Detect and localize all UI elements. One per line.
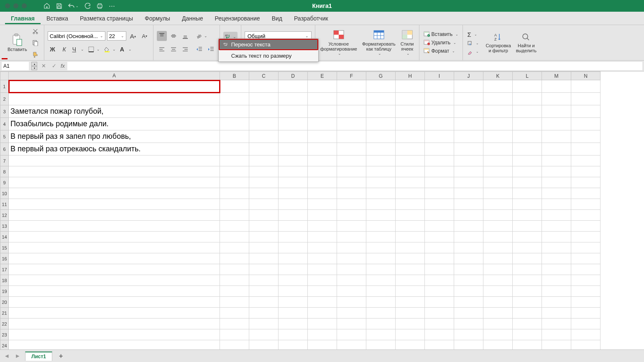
cell[interactable] <box>279 329 308 340</box>
cell[interactable] <box>542 166 571 177</box>
cell[interactable] <box>9 188 220 199</box>
cell[interactable] <box>308 188 337 199</box>
cell[interactable] <box>425 93 454 105</box>
cell[interactable] <box>396 177 425 188</box>
home-icon[interactable] <box>43 3 50 9</box>
tab-data[interactable]: Данные <box>176 13 209 24</box>
cell[interactable] <box>542 188 571 199</box>
cell[interactable] <box>337 319 366 329</box>
cell[interactable] <box>249 264 279 275</box>
cell[interactable] <box>513 199 542 210</box>
cell[interactable] <box>249 199 279 210</box>
cell[interactable] <box>366 308 396 319</box>
cell[interactable] <box>220 297 249 308</box>
cell[interactable] <box>308 177 337 188</box>
cell[interactable] <box>571 105 601 118</box>
cell[interactable] <box>396 130 425 143</box>
cell[interactable] <box>513 143 542 156</box>
cell[interactable] <box>425 275 454 286</box>
cell[interactable] <box>9 93 220 105</box>
cell[interactable] <box>366 286 396 297</box>
orientation-button[interactable]: ab⌄ <box>194 31 209 41</box>
cell[interactable] <box>513 286 542 297</box>
delete-cells-button[interactable]: −Удалить⌄ <box>423 39 460 46</box>
cell[interactable] <box>337 156 366 166</box>
cell[interactable] <box>571 199 601 210</box>
font-size-select[interactable]: 22⌄ <box>107 31 126 41</box>
cell[interactable] <box>220 319 249 329</box>
cell[interactable] <box>396 221 425 232</box>
row-header[interactable]: 4 <box>0 118 9 130</box>
cell[interactable]: В первый раз отрекаюсь скандалить. <box>9 143 220 156</box>
row-header[interactable]: 15 <box>0 242 9 253</box>
row-header[interactable]: 8 <box>0 166 9 177</box>
column-header[interactable]: J <box>454 72 483 80</box>
cell[interactable] <box>454 221 483 232</box>
cell[interactable] <box>396 297 425 308</box>
column-header[interactable]: C <box>249 72 279 80</box>
cell[interactable] <box>279 253 308 264</box>
cell[interactable] <box>337 242 366 253</box>
cell[interactable] <box>542 156 571 166</box>
cell[interactable] <box>279 166 308 177</box>
print-icon[interactable] <box>97 3 103 9</box>
cell[interactable] <box>220 177 249 188</box>
cell[interactable] <box>454 143 483 156</box>
cell[interactable] <box>396 308 425 319</box>
cell[interactable] <box>425 329 454 340</box>
cell[interactable] <box>483 264 513 275</box>
cell[interactable] <box>513 166 542 177</box>
cell[interactable] <box>571 188 601 199</box>
cell[interactable] <box>542 340 571 350</box>
cell[interactable] <box>9 264 220 275</box>
cell[interactable] <box>279 340 308 350</box>
row-header[interactable]: 22 <box>0 319 9 329</box>
cell[interactable] <box>483 188 513 199</box>
cell[interactable] <box>279 242 308 253</box>
column-header[interactable]: N <box>571 72 601 80</box>
cell[interactable] <box>337 105 366 118</box>
cell[interactable] <box>425 105 454 118</box>
cell[interactable] <box>425 166 454 177</box>
cell[interactable] <box>279 221 308 232</box>
cell[interactable] <box>279 210 308 221</box>
cell[interactable] <box>337 177 366 188</box>
cell[interactable] <box>513 329 542 340</box>
column-header[interactable]: I <box>425 72 454 80</box>
cell[interactable] <box>337 286 366 297</box>
cell[interactable] <box>425 253 454 264</box>
cell[interactable] <box>279 286 308 297</box>
formula-input[interactable] <box>67 62 642 70</box>
cell[interactable] <box>220 340 249 350</box>
cell[interactable] <box>337 80 366 93</box>
column-header[interactable]: D <box>279 72 308 80</box>
cell[interactable] <box>542 275 571 286</box>
cell[interactable] <box>483 210 513 221</box>
cell[interactable] <box>454 118 483 130</box>
cell[interactable] <box>249 253 279 264</box>
sort-filter-button[interactable]: AZ Сортировка и фильтр <box>484 31 512 54</box>
cell[interactable] <box>220 242 249 253</box>
cell[interactable] <box>483 253 513 264</box>
cell[interactable] <box>279 118 308 130</box>
cell[interactable] <box>308 297 337 308</box>
row-header[interactable]: 13 <box>0 221 9 232</box>
cell[interactable] <box>308 329 337 340</box>
format-as-table-button[interactable]: Форматировать как таблицу ⌄ <box>360 29 397 56</box>
cell[interactable] <box>483 143 513 156</box>
cell[interactable] <box>483 232 513 242</box>
redo-icon[interactable] <box>84 3 91 9</box>
cell[interactable] <box>337 210 366 221</box>
menu-shrink-to-fit[interactable]: Сжать текст по размеру <box>219 50 318 61</box>
cell[interactable] <box>454 156 483 166</box>
cell[interactable] <box>366 188 396 199</box>
cell[interactable] <box>279 232 308 242</box>
decrease-indent-icon[interactable] <box>194 44 204 54</box>
insert-cells-button[interactable]: +Вставить⌄ <box>423 31 460 38</box>
cell[interactable] <box>396 329 425 340</box>
row-header[interactable]: 7 <box>0 156 9 166</box>
cell[interactable] <box>9 308 220 319</box>
tab-developer[interactable]: Разработчик <box>288 13 334 24</box>
cell[interactable] <box>425 143 454 156</box>
cell[interactable] <box>366 232 396 242</box>
